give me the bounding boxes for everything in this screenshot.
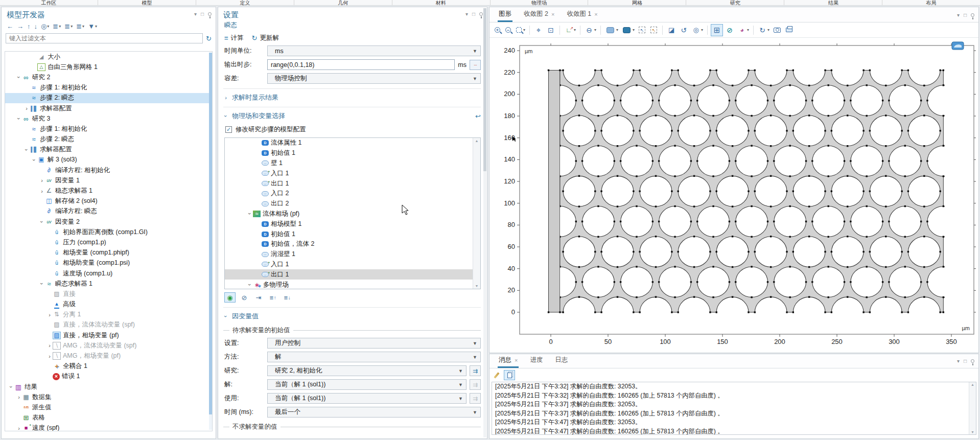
output-times-input[interactable] [267, 59, 455, 70]
tree-item[interactable]: ›流体相场 (pf) [225, 209, 480, 219]
zoom-in-button[interactable]: + [493, 25, 502, 35]
tolerance-select[interactable]: 物理场控制▼ [267, 73, 481, 84]
tree-item[interactable]: ›AMG，相场变量 (pf) [5, 351, 212, 361]
setting-select[interactable]: 用户控制▼ [267, 338, 481, 349]
tree-item[interactable]: ›步骤 2: 瞬态 [5, 134, 212, 145]
expand-toggle-icon[interactable]: › [46, 312, 53, 318]
hide-objects-button[interactable] [724, 25, 735, 36]
section-physics-selection[interactable]: › 物理场和变量选择 ↩ [223, 107, 481, 121]
expand-toggle-icon[interactable]: › [39, 219, 45, 225]
ribbon-tab[interactable]: 材料 [392, 0, 490, 6]
graphics-canvas[interactable]: 0501001502002503003500204060801001201401… [489, 38, 978, 353]
default-view-button[interactable]: ▾ [563, 25, 577, 36]
move-up-icon[interactable]: ↑ [27, 22, 31, 30]
print-button[interactable] [784, 25, 795, 35]
tree-item[interactable]: ›因变量 2 [5, 217, 212, 227]
move-down-icon[interactable]: ↓ [34, 22, 38, 30]
reset-section-icon[interactable]: ↩ [475, 112, 481, 120]
tree-item[interactable]: ›出口 1 [225, 178, 480, 189]
ribbon-tab[interactable]: 几何 [294, 0, 392, 6]
modify-model-config-row[interactable]: ✓ 修改研究步骤的模型配置 [225, 125, 481, 134]
tree-item[interactable]: ›大小 [5, 52, 212, 62]
list-scrollbar[interactable]: ▲▼ [473, 138, 480, 289]
tree-item[interactable]: ›初始值 1 [225, 148, 480, 158]
expand-toggle-icon[interactable]: › [16, 394, 22, 400]
panel-menu-icon[interactable]: ▾ [194, 11, 197, 17]
tree-item[interactable]: ›稳态求解器 1 [5, 186, 212, 196]
tree-item[interactable]: ›结果 [5, 382, 212, 392]
tree-item[interactable]: ›表格 [5, 413, 212, 423]
geometry-plot[interactable]: 0501001502002503003500204060801001201401… [489, 38, 977, 353]
model-tree-node-icon[interactable]: ≣▾ [76, 22, 84, 30]
ribbon-tab[interactable]: 布局 [882, 0, 980, 6]
update-solution-button[interactable]: ↻ 更新解 [252, 34, 279, 42]
tree-item[interactable]: ›壁 1 [225, 158, 480, 169]
method-select[interactable]: 解▼ [267, 352, 481, 362]
filter-icon[interactable]: ▼▾ [88, 22, 97, 30]
tree-item[interactable]: ›直接，相场变量 (pf) [5, 330, 212, 340]
copy-selected-button[interactable] [504, 370, 515, 380]
tree-item[interactable]: ›瞬态求解器 1 [5, 279, 212, 289]
tree-item[interactable]: ›直接，流体流动变量 (spf) [5, 320, 212, 330]
ribbon-tab[interactable]: 网格 [588, 0, 686, 6]
camera-button[interactable] [772, 25, 783, 36]
float-panel-icon[interactable]: □ [201, 11, 204, 17]
expand-toggle-icon[interactable]: › [8, 384, 14, 390]
solution-select[interactable]: 当前（解 1 (sol1))▼ [267, 379, 466, 390]
tree-item[interactable]: ›多物理场 [225, 280, 480, 289]
time-select[interactable]: 最后一个▼ [267, 407, 481, 418]
show-icon[interactable]: ◎▾ [41, 22, 49, 30]
visibility-button[interactable]: ▾ [690, 25, 704, 36]
tree-item[interactable]: ›初始界面距离倒数 (comp1.GI) [5, 227, 212, 237]
tree-item[interactable]: ›求解器配置 [5, 103, 212, 113]
pin-icon[interactable] [971, 13, 974, 17]
expand-toggle-icon[interactable]: › [31, 157, 37, 163]
enable-icon[interactable]: ◉ [224, 292, 236, 303]
disable-icon[interactable]: ⊘ [239, 292, 250, 303]
tree-item[interactable]: ›润湿壁 1 [225, 249, 480, 260]
expand-toggle-icon[interactable]: › [16, 74, 22, 80]
checkbox-checked-icon[interactable]: ✓ [225, 126, 232, 133]
tree-item[interactable]: ›速度场 (comp1.u) [5, 268, 212, 279]
section-dependent-values[interactable]: › 因变量值 [223, 307, 481, 321]
tree-item[interactable]: ›编译方程: 相初始化 [5, 165, 212, 175]
tree-item[interactable]: ›直接 [5, 289, 212, 299]
forward-icon[interactable]: → [17, 22, 24, 30]
close-tab-icon[interactable]: × [551, 11, 554, 17]
float-panel-icon[interactable]: □ [964, 358, 967, 364]
float-panel-icon[interactable]: □ [472, 11, 475, 17]
time-unit-select[interactable]: ms▼ [267, 45, 481, 56]
tree-item[interactable]: ›速度 (spf) [5, 423, 212, 431]
tree-item[interactable]: ›高级 [5, 299, 212, 310]
tab-消息[interactable]: 消息× [494, 356, 523, 368]
tree-item[interactable]: ›入口 1 [225, 168, 480, 178]
ribbon-tab[interactable]: 结果 [784, 0, 882, 6]
close-tab-icon[interactable]: × [515, 357, 518, 363]
use-select[interactable]: 当前（解 1 (sol1))▼ [267, 393, 466, 404]
go-to-source-icon[interactable]: ⇉ [470, 365, 481, 376]
zoom-extents-button[interactable] [533, 25, 544, 36]
pin-icon[interactable] [208, 12, 212, 16]
clip-plane-button[interactable]: ▾ [584, 25, 597, 36]
tree-item[interactable]: ›步骤 1: 相初始化 [5, 83, 212, 93]
move-to-icon[interactable]: ⇥ [253, 292, 264, 303]
tab-收敛图 1[interactable]: 收敛图 1× [562, 10, 602, 22]
move-down-list-icon[interactable]: ≣↓ [282, 292, 293, 303]
expand-toggle-icon[interactable]: › [16, 115, 22, 122]
tab-图形[interactable]: 图形 [494, 10, 517, 22]
select-box-button[interactable] [637, 25, 647, 35]
expand-toggle-icon[interactable]: › [16, 425, 22, 431]
zoom-out-button[interactable]: − [503, 25, 513, 35]
tree-item[interactable]: ›错误 1 [5, 372, 212, 382]
tree-item[interactable]: ›步骤 1: 相初始化 [5, 124, 212, 134]
expand-toggle-icon[interactable]: › [247, 211, 253, 217]
tree-item[interactable]: ›编译方程: 瞬态 [5, 206, 212, 217]
pin-icon[interactable] [479, 12, 483, 16]
tree-item[interactable]: ›AMG，流体流动变量 (spf) [5, 340, 212, 351]
expand-toggle-icon[interactable]: › [39, 188, 45, 194]
fit-window-button[interactable] [545, 25, 556, 36]
panel-menu-icon[interactable]: ▾ [957, 12, 960, 18]
study-select[interactable]: 研究 2, 相初始化▼ [267, 365, 466, 376]
tree-item[interactable]: ›分离 1 [5, 310, 212, 320]
tree-item[interactable]: ›出口 2 [225, 199, 480, 209]
